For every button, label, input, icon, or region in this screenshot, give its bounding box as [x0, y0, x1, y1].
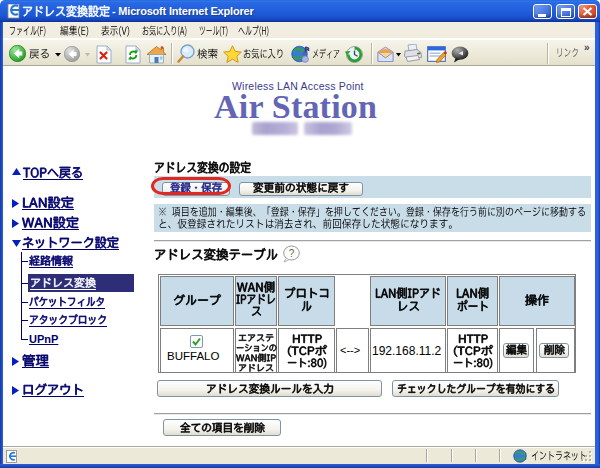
svg-text:?: ?: [289, 248, 295, 259]
